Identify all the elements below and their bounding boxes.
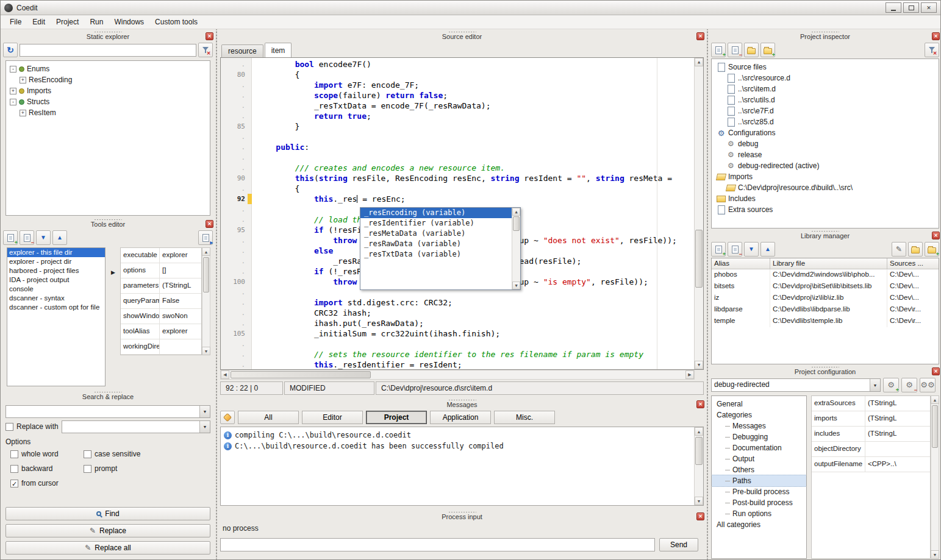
message-row[interactable]: icompiling C:\...\build\resource.d.coedi… — [221, 430, 703, 441]
completion-item[interactable]: _resTxtData (variable) — [360, 249, 512, 260]
code-line[interactable]: . /// creates and encodes a new resource… — [221, 163, 694, 173]
property-row[interactable]: objectDirectory — [812, 442, 930, 457]
tree-item[interactable]: Configurations — [712, 127, 939, 138]
property-row[interactable]: imports(TStringL — [812, 411, 930, 427]
add-library-button[interactable]: + — [711, 242, 726, 257]
list-item[interactable]: explorer - this file dir — [7, 248, 105, 257]
list-item[interactable]: console — [7, 285, 105, 294]
tree-item[interactable]: ..\src\resource.d — [712, 73, 939, 83]
add-configuration-button[interactable]: ⚙+ — [883, 378, 899, 392]
table-row[interactable]: phobosC:\Dev\dmd2\windows\lib\phob...C:\… — [712, 269, 939, 281]
replace-term-combobox[interactable]: ▼ — [62, 420, 210, 433]
property-row[interactable]: toolAliasexplorer — [121, 324, 201, 339]
symbol-filter-input[interactable] — [20, 44, 196, 57]
code-line[interactable]: . { — [221, 183, 694, 194]
dropdown-button[interactable]: ▼ — [870, 379, 880, 391]
table-row[interactable]: libdparseC:\Dev\dlibs\libdparse.libC:\De… — [712, 304, 939, 316]
option-backward[interactable]: backward — [10, 464, 84, 473]
code-line[interactable]: . — [221, 339, 694, 349]
code-editor[interactable]: . bool encodee7F()80 {. import e7F: enco… — [220, 57, 704, 370]
add-library-folder-button[interactable]: + — [925, 242, 939, 257]
filter-misc-button[interactable]: Misc. — [494, 411, 555, 424]
scroll-left-icon[interactable]: ◀ — [221, 370, 229, 379]
tree-item[interactable]: ..\src\e7F.d — [712, 105, 939, 116]
tree-item[interactable]: +ResItem — [6, 107, 210, 118]
property-row[interactable]: workingDirect — [121, 339, 201, 355]
scrollbar-thumb[interactable] — [513, 216, 520, 231]
tree-expander-icon[interactable]: + — [20, 77, 26, 83]
list-item[interactable]: harbored - project files — [7, 266, 105, 275]
category-item[interactable]: All categories — [712, 519, 806, 530]
replace-with-option[interactable]: Replace with — [5, 422, 59, 431]
search-term-combobox[interactable]: ▼ — [5, 405, 210, 418]
filter-editor-button[interactable]: Editor — [302, 411, 363, 424]
code-line[interactable]: . // sets the resource identifier to the… — [221, 349, 694, 360]
replace-button[interactable]: ✎Replace — [5, 524, 210, 537]
checkbox-icon[interactable]: ✓ — [10, 480, 18, 487]
table-row[interactable]: templeC:\Dev\dlibs\temple.libC:\Dev\r... — [712, 316, 939, 327]
checkbox-icon[interactable] — [84, 450, 91, 458]
list-item[interactable]: dscanner - syntax — [7, 294, 105, 303]
menu-custom-tools[interactable]: Custom tools — [149, 16, 203, 28]
filter-sources-button[interactable]: ✕ — [925, 43, 939, 57]
scroll-up-icon[interactable]: ▲ — [931, 395, 939, 404]
scroll-down-icon[interactable]: ▼ — [202, 347, 210, 355]
code-line[interactable]: . import e7F: encode_7F; — [221, 80, 694, 90]
code-line[interactable]: . ihash.put(_resRawData); — [221, 318, 694, 328]
code-line[interactable]: 80 { — [221, 69, 694, 80]
menu-project[interactable]: Project — [51, 16, 84, 28]
messages-scrollbar[interactable]: ▲ ▼ — [694, 427, 703, 505]
property-value[interactable]: False — [160, 294, 201, 308]
option-prompt[interactable]: prompt — [84, 464, 210, 473]
project-inspector-close-button[interactable]: ✕ — [932, 32, 940, 40]
code-line[interactable]: 92 this._res = resEnc; — [221, 194, 694, 204]
move-library-down-button[interactable]: ▼ — [744, 242, 759, 257]
property-value[interactable] — [865, 442, 930, 456]
completion-item[interactable]: _resIdentifier (variable) — [360, 218, 512, 229]
run-tool-button[interactable]: ▸ — [198, 230, 213, 245]
category-item[interactable]: Paths — [712, 475, 806, 486]
process-input-field[interactable] — [220, 538, 655, 551]
category-item[interactable]: Categories — [712, 409, 806, 420]
property-row[interactable]: parameters(TStringL — [121, 278, 201, 294]
filter-all-button[interactable]: All — [238, 411, 299, 424]
scroll-up-icon[interactable]: ▲ — [695, 427, 703, 436]
search-replace-header[interactable]: Search & replace — [1, 391, 215, 402]
checkbox-icon[interactable] — [10, 465, 18, 473]
tab-item[interactable]: item — [265, 43, 292, 57]
category-item[interactable]: Documentation — [712, 442, 806, 453]
tree-item[interactable]: Extra sources — [712, 204, 939, 215]
tree-expander-icon[interactable]: + — [10, 88, 16, 94]
minimize-button[interactable] — [886, 2, 901, 13]
scrollbar-thumb[interactable] — [695, 437, 703, 465]
static-explorer-header[interactable]: Static explorer ✕ — [1, 31, 215, 41]
scrollbar-thumb[interactable] — [695, 230, 703, 288]
scrollbar-thumb[interactable] — [932, 405, 938, 448]
project-configuration-header[interactable]: Project configuration ✕ — [709, 366, 941, 377]
add-tool-button[interactable]: + — [3, 230, 18, 245]
dropdown-button[interactable]: ▼ — [199, 406, 210, 417]
option-case-sensitive[interactable]: case sensitive — [84, 450, 210, 458]
menu-windows[interactable]: Windows — [109, 16, 149, 28]
property-value[interactable] — [160, 339, 201, 354]
process-input-header[interactable]: Process input ✕ — [218, 511, 706, 522]
messages-header[interactable]: Messages ✕ — [218, 399, 706, 409]
move-tool-down-button[interactable]: ▼ — [36, 230, 51, 245]
code-line[interactable]: . return true; — [221, 111, 694, 121]
table-row[interactable]: bitsetsC:\Dev\dproj\bitSet\lib\bitsets.l… — [712, 281, 939, 292]
category-item[interactable]: Post-build process — [712, 497, 806, 508]
tree-item[interactable]: Source files — [712, 62, 939, 73]
menu-edit[interactable]: Edit — [27, 16, 51, 28]
completion-scrollbar[interactable]: ▲ ▼ — [512, 208, 520, 289]
property-row[interactable]: extraSources(TStringL — [812, 396, 930, 411]
scroll-up-icon[interactable]: ▲ — [202, 247, 210, 256]
column-header-sources[interactable]: Sources ... — [887, 258, 939, 269]
maximize-button[interactable] — [903, 2, 919, 13]
property-value[interactable]: (TStringL — [865, 427, 930, 441]
tree-item[interactable]: +ResEncoding — [6, 74, 210, 85]
move-library-up-button[interactable]: ▲ — [760, 242, 775, 257]
property-value[interactable]: <CPP>..\ — [865, 457, 930, 472]
category-item[interactable]: General — [712, 399, 806, 409]
tree-item[interactable]: debug-redirected (active) — [712, 160, 939, 171]
filter-project-button[interactable]: Project — [366, 411, 427, 424]
